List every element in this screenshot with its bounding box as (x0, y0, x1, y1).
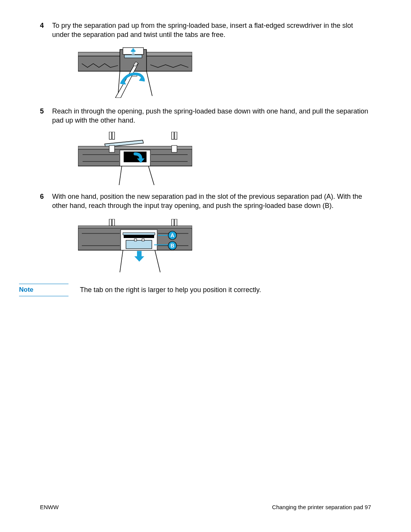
svg-rect-23 (172, 219, 174, 227)
step-5: 5 Reach in through the opening, push the… (40, 107, 371, 125)
page-footer: ENWW Changing the printer separation pad… (40, 503, 371, 511)
step-6: 6 With one hand, position the new separa… (40, 192, 371, 211)
label-a: A (170, 232, 174, 238)
note-block: Note The tab on the right is larger to h… (40, 284, 371, 296)
svg-rect-8 (112, 132, 115, 139)
svg-rect-15 (109, 145, 115, 152)
step-text: Reach in through the opening, push the s… (52, 107, 371, 125)
label-b: B (170, 243, 174, 249)
svg-rect-24 (175, 219, 177, 227)
svg-rect-4 (124, 55, 142, 58)
svg-rect-9 (172, 132, 174, 139)
svg-rect-21 (109, 219, 112, 227)
svg-rect-7 (109, 132, 112, 139)
step-4: 4 To pry the separation pad up from the … (40, 21, 371, 40)
figure-step-6: A B (78, 219, 192, 272)
figure-step-4 (78, 46, 192, 96)
step-number: 5 (40, 107, 52, 125)
svg-rect-41 (137, 251, 142, 257)
page-content: 4 To pry the separation pad up from the … (0, 0, 411, 296)
svg-rect-22 (112, 219, 115, 227)
svg-rect-10 (175, 132, 177, 139)
svg-rect-30 (126, 240, 152, 249)
step-number: 6 (40, 192, 52, 211)
footer-right: Changing the printer separation pad 97 (272, 503, 371, 511)
note-label: Note (19, 284, 68, 296)
svg-rect-32 (142, 239, 144, 241)
svg-rect-29 (123, 233, 155, 235)
svg-rect-16 (172, 145, 177, 152)
footer-left: ENWW (40, 503, 59, 511)
step-text: With one hand, position the new separati… (52, 192, 371, 211)
svg-rect-26 (78, 226, 192, 228)
note-text: The tab on the right is larger to help y… (80, 284, 261, 294)
step-text: To pry the separation pad up from the sp… (52, 21, 371, 40)
step-number: 4 (40, 21, 52, 40)
figure-step-5 (78, 132, 192, 181)
svg-rect-31 (134, 239, 137, 241)
